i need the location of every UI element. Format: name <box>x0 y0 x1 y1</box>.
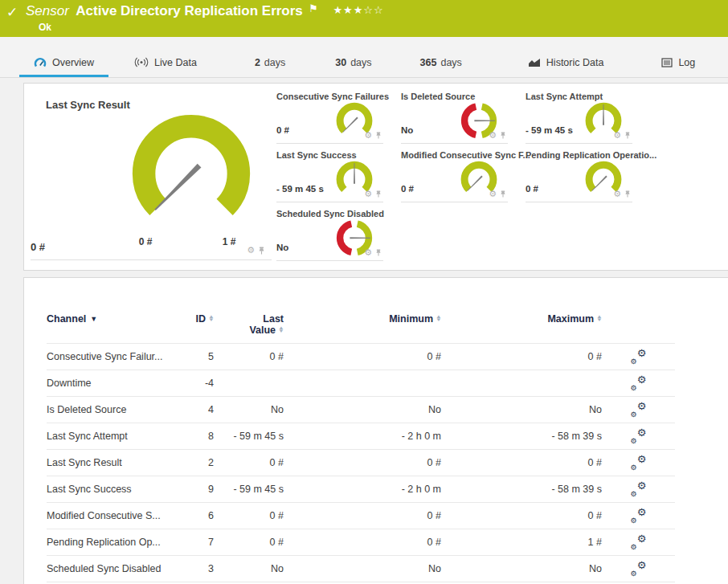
last-value: - 59 m 45 s <box>214 476 284 503</box>
channel-name[interactable]: Is Deleted Source <box>47 397 186 423</box>
channel-name[interactable]: Downtime <box>47 370 186 397</box>
channel-id: 4 <box>186 397 214 423</box>
historic-chart-icon <box>528 58 541 67</box>
col-header-actions <box>602 313 675 344</box>
channel-id: 5 <box>186 344 214 370</box>
channel-name[interactable]: Last Sync Attempt <box>47 423 186 450</box>
maximum: 1 # <box>441 529 602 556</box>
gear-icon[interactable]: ⚙ <box>247 245 255 255</box>
pin-icon[interactable] <box>375 190 382 198</box>
gauge-scheduled-sync-disabled[interactable]: Scheduled Sync Disabled No ⚙ <box>276 202 383 261</box>
channel-id: 9 <box>186 476 214 503</box>
tab-365-days[interactable]: 365days <box>406 50 476 77</box>
tab-historic-data[interactable]: Historic Data <box>513 50 619 77</box>
channel-settings-icon[interactable]: ⚙⚙ <box>631 508 647 522</box>
flag-icon[interactable]: ⚑ <box>309 2 318 14</box>
channel-settings-icon[interactable]: ⚙⚙ <box>631 375 647 390</box>
gauge-consecutive-sync-failures[interactable]: Consecutive Sync Failures 0 # ⚙ <box>276 85 383 144</box>
channel-settings-icon[interactable]: ⚙⚙ <box>631 455 647 469</box>
sensor-kicker: Sensor <box>26 3 69 18</box>
last-value: - 59 m 45 s <box>214 423 284 450</box>
channel-settings-icon[interactable]: ⚙⚙ <box>631 481 647 496</box>
channel-name[interactable]: Modified Consecutive S... <box>47 503 186 529</box>
minimum: - 2 h 0 m <box>284 476 441 503</box>
table-row[interactable]: Last Sync Result 2 0 # 0 # 0 # ⚙⚙ <box>47 450 675 476</box>
pin-icon[interactable] <box>500 131 506 140</box>
table-row[interactable]: Last Sync Attempt 8 - 59 m 45 s - 2 h 0 … <box>47 423 675 450</box>
stars-empty[interactable]: ☆☆ <box>363 4 383 16</box>
pin-icon[interactable] <box>500 190 506 198</box>
channel-settings-icon[interactable]: ⚙⚙ <box>631 561 647 575</box>
gear-icon[interactable]: ⚙ <box>489 189 497 199</box>
table-row[interactable]: Consecutive Sync Failur... 5 0 # 0 # 0 #… <box>47 344 675 370</box>
table-row[interactable]: Is Deleted Source 4 No No No ⚙⚙ <box>47 397 675 423</box>
channels-table: Channel▼ ID▲▼ LastValue▲▼ Minimum▲▼ Maxi… <box>47 313 675 582</box>
maximum: No <box>441 397 602 423</box>
tab-num: 365 <box>420 57 437 68</box>
tab-num: 2 <box>255 57 260 68</box>
channel-name[interactable]: Last Sync Success <box>47 476 186 503</box>
channel-name[interactable]: Consecutive Sync Failur... <box>47 344 186 370</box>
channel-settings-icon[interactable]: ⚙⚙ <box>631 402 647 416</box>
table-row[interactable]: Downtime -4 ⚙⚙ <box>47 370 675 397</box>
tab-live-data[interactable]: Live Data <box>120 50 211 77</box>
col-header-channel[interactable]: Channel▼ <box>47 313 186 344</box>
gauge-value: No <box>401 125 413 135</box>
gauge-last-sync-attempt[interactable]: Last Sync Attempt - 59 m 45 s ⚙ <box>526 85 632 144</box>
gauge-last-sync-result[interactable]: Last Sync Result 0 # 1 # 0 # ⚙ <box>31 88 272 260</box>
col-header-id[interactable]: ID▲▼ <box>186 313 214 344</box>
channel-settings-icon[interactable]: ⚙⚙ <box>631 534 647 549</box>
tab-30-days[interactable]: 30days <box>321 50 386 77</box>
gauge-scale-min: 0 # <box>129 236 162 247</box>
table-row[interactable]: Last Sync Success 9 - 59 m 45 s - 2 h 0 … <box>47 476 675 503</box>
gear-icon[interactable]: ⚙ <box>364 189 372 199</box>
gauge-pending-replication-operations[interactable]: Pending Replication Operatio... 0 # ⚙ <box>526 144 632 202</box>
gauge-last-sync-success[interactable]: Last Sync Success - 59 m 45 s ⚙ <box>276 144 383 202</box>
tab-2-days[interactable]: 2days <box>240 50 300 77</box>
col-header-maximum[interactable]: Maximum▲▼ <box>441 313 602 344</box>
minimum: - 2 h 0 m <box>284 423 441 450</box>
gear-icon[interactable]: ⚙ <box>489 130 497 141</box>
gauge-is-deleted-source[interactable]: Is Deleted Source No ⚙ <box>401 85 508 144</box>
gear-icon[interactable]: ⚙ <box>364 130 372 141</box>
last-value: No <box>214 397 284 423</box>
tab-log[interactable]: Log <box>647 50 710 77</box>
gear-icon[interactable]: ⚙ <box>613 130 621 141</box>
pin-icon[interactable] <box>375 131 382 140</box>
pin-icon[interactable] <box>375 248 382 257</box>
sensor-overview-page: ✓ Sensor Active Directory Replication Er… <box>0 0 728 584</box>
live-data-icon <box>134 57 149 67</box>
last-value: No <box>214 556 284 582</box>
table-row[interactable]: Modified Consecutive S... 6 0 # 0 # 0 # … <box>47 503 675 529</box>
minimum: No <box>284 556 441 582</box>
channel-name[interactable]: Last Sync Result <box>47 450 186 476</box>
main-gauge <box>115 101 268 239</box>
priority-rating[interactable]: ★★★☆☆ <box>333 4 383 16</box>
channel-name[interactable]: Pending Replication Op... <box>47 529 186 556</box>
channels-table-panel: Channel▼ ID▲▼ LastValue▲▼ Minimum▲▼ Maxi… <box>23 277 728 584</box>
maximum <box>441 370 602 397</box>
gear-icon[interactable]: ⚙ <box>613 189 621 199</box>
stars-filled[interactable]: ★★★ <box>333 4 363 16</box>
gauge-icon <box>34 57 47 68</box>
pin-icon[interactable] <box>624 190 631 198</box>
minimum <box>284 370 441 397</box>
tab-label: Log <box>678 57 695 68</box>
pin-icon[interactable] <box>624 131 631 140</box>
channel-settings-icon[interactable]: ⚙⚙ <box>631 349 647 363</box>
channel-settings-icon[interactable]: ⚙⚙ <box>631 428 647 443</box>
table-row[interactable]: Pending Replication Op... 7 0 # 0 # 1 # … <box>47 529 675 556</box>
tab-overview[interactable]: Overview <box>19 50 108 77</box>
channel-id: 7 <box>186 529 214 556</box>
minimum: 0 # <box>284 503 441 529</box>
col-header-last-value[interactable]: LastValue▲▼ <box>214 313 284 344</box>
table-row[interactable]: Scheduled Sync Disabled 3 No No No ⚙⚙ <box>47 556 675 582</box>
gauge-modified-consecutive-sync-failures[interactable]: Modified Consecutive Sync F... 0 # ⚙ <box>401 144 508 202</box>
channel-id: 3 <box>186 556 214 582</box>
channel-id: -4 <box>186 370 214 397</box>
gauge-value: 0 # <box>526 184 538 194</box>
channel-name[interactable]: Scheduled Sync Disabled <box>47 556 186 582</box>
col-header-minimum[interactable]: Minimum▲▼ <box>284 313 441 344</box>
pin-icon[interactable] <box>258 246 265 255</box>
gear-icon[interactable]: ⚙ <box>364 247 372 258</box>
